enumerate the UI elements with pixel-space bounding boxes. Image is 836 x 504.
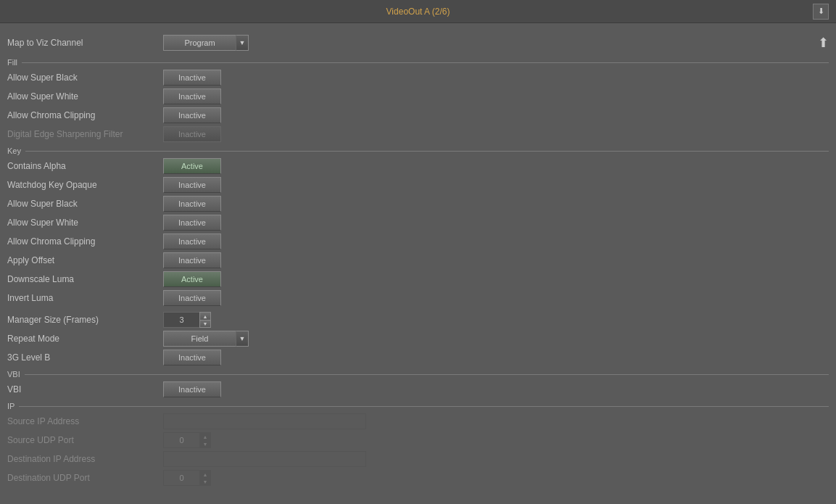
- map-to-viz-dropdown[interactable]: Program: [163, 35, 236, 51]
- dest-ip-label: Destination IP Address: [7, 454, 163, 464]
- section-ip-label: IP: [7, 402, 17, 410]
- dest-udp-up-button: ▲: [199, 470, 211, 478]
- upload-button[interactable]: ⬆: [818, 35, 829, 51]
- section-key-label: Key: [7, 146, 24, 155]
- key-row-4: Allow Chroma Clipping Inactive: [7, 232, 829, 251]
- section-key-line: [25, 151, 829, 152]
- manager-size-label: Manager Size (Frames): [7, 315, 163, 325]
- key-row-5-label: Apply Offset: [7, 255, 163, 265]
- dest-udp-row: Destination UDP Port ▲ ▼: [7, 468, 829, 487]
- dest-udp-label: Destination UDP Port: [7, 473, 163, 483]
- section-vbi: VBI: [7, 370, 829, 379]
- fill-row-2-button[interactable]: Inactive: [163, 107, 221, 123]
- up-icon: ▲: [203, 314, 208, 319]
- source-ip-label: Source IP Address: [7, 416, 163, 426]
- dest-ip-row: Destination IP Address: [7, 450, 829, 468]
- key-row-6-label: Downscale Luma: [7, 274, 163, 284]
- fill-row-0-button[interactable]: Inactive: [163, 70, 221, 86]
- key-row-1-label: Watchdog Key Opaque: [7, 180, 163, 190]
- manager-size-up-button[interactable]: ▲: [199, 312, 211, 320]
- key-row-3: Allow Super White Inactive: [7, 213, 829, 232]
- key-row-2-button[interactable]: Inactive: [163, 196, 221, 212]
- section-ip-line: [19, 406, 829, 407]
- window-title: VideoOut A (2/6): [386, 7, 450, 17]
- source-udp-row: Source UDP Port ▲ ▼: [7, 431, 829, 450]
- key-row-0-label: Contains Alpha: [7, 161, 163, 171]
- source-udp-down-button: ▼: [199, 440, 211, 448]
- key-row-3-label: Allow Super White: [7, 218, 163, 228]
- fill-row-1-label: Allow Super White: [7, 91, 163, 102]
- source-udp-input: [163, 432, 199, 448]
- key-row-7-button[interactable]: Inactive: [163, 290, 221, 306]
- map-to-viz-dropdown-arrow[interactable]: ▼: [236, 35, 249, 51]
- source-udp-spinbox-buttons: ▲ ▼: [199, 432, 211, 448]
- key-row-0: Contains Alpha Active: [7, 157, 829, 175]
- fill-row-2-label: Allow Chroma Clipping: [7, 110, 163, 120]
- upload-icon: ⬆: [818, 36, 829, 50]
- down-icon: ▼: [203, 321, 208, 326]
- download-button[interactable]: ⬇: [813, 4, 829, 20]
- level-b-button[interactable]: Inactive: [163, 350, 221, 365]
- manager-size-spinbox-buttons: ▲ ▼: [199, 312, 211, 328]
- manager-size-row: Manager Size (Frames) 3 ▲ ▼: [7, 310, 829, 329]
- section-vbi-line: [25, 374, 829, 375]
- manager-size-down-button[interactable]: ▼: [199, 320, 211, 328]
- chevron-down-icon: ▼: [239, 39, 246, 46]
- top-bar: VideoOut A (2/6) ⬇: [0, 0, 836, 23]
- level-b-row: 3G Level B Inactive: [7, 348, 829, 367]
- repeat-mode-row: Repeat Mode Field ▼: [7, 329, 829, 348]
- fill-row-2: Allow Chroma Clipping Inactive: [7, 106, 829, 125]
- dest-udp-spinbox: ▲ ▼: [163, 470, 211, 486]
- key-row-4-label: Allow Chroma Clipping: [7, 236, 163, 247]
- repeat-mode-dropdown-wrap: Field ▼: [163, 331, 249, 347]
- top-bar-actions: ⬇: [813, 4, 829, 20]
- map-to-viz-dropdown-wrap: Program ▼: [163, 35, 249, 51]
- dest-udp-down-button: ▼: [199, 478, 211, 486]
- source-udp-label: Source UDP Port: [7, 435, 163, 445]
- key-row-5-button[interactable]: Inactive: [163, 252, 221, 268]
- repeat-mode-dropdown-arrow[interactable]: ▼: [236, 331, 249, 347]
- vbi-row-0: VBI Inactive: [7, 380, 829, 399]
- key-row-1-button[interactable]: Inactive: [163, 177, 221, 193]
- fill-row-1-button[interactable]: Inactive: [163, 88, 221, 104]
- key-row-2: Allow Super Black Inactive: [7, 194, 829, 213]
- section-ip: IP: [7, 402, 829, 410]
- fill-row-1: Allow Super White Inactive: [7, 87, 829, 106]
- fill-row-3: Digital Edge Sharpening Filter Inactive: [7, 125, 829, 144]
- key-row-6: Downscale Luma Active: [7, 270, 829, 289]
- section-fill-label: Fill: [7, 58, 20, 67]
- key-row-6-button[interactable]: Active: [163, 271, 221, 287]
- key-row-0-button[interactable]: Active: [163, 158, 221, 174]
- key-row-4-button[interactable]: Inactive: [163, 234, 221, 249]
- source-udp-up-button: ▲: [199, 432, 211, 440]
- key-row-7: Invert Luma Inactive: [7, 289, 829, 307]
- vbi-row-0-label: VBI: [7, 384, 163, 394]
- source-ip-input: [163, 413, 366, 429]
- repeat-mode-label: Repeat Mode: [7, 334, 163, 344]
- fill-row-3-label: Digital Edge Sharpening Filter: [7, 129, 163, 139]
- source-udp-spinbox: ▲ ▼: [163, 432, 211, 448]
- section-vbi-label: VBI: [7, 370, 23, 379]
- vbi-row-0-button[interactable]: Inactive: [163, 381, 221, 397]
- section-fill-line: [22, 62, 829, 63]
- map-to-viz-row: Map to Viz Channel Program ▼ ⬆: [7, 30, 829, 55]
- chevron-down-icon-2: ▼: [239, 335, 246, 342]
- map-to-viz-label: Map to Viz Channel: [7, 38, 163, 48]
- key-row-3-button[interactable]: Inactive: [163, 215, 221, 231]
- dest-udp-input: [163, 470, 199, 486]
- repeat-mode-dropdown[interactable]: Field: [163, 331, 236, 347]
- manager-size-input[interactable]: 3: [163, 312, 199, 328]
- level-b-label: 3G Level B: [7, 352, 163, 363]
- manager-size-spinbox: 3 ▲ ▼: [163, 312, 211, 328]
- section-fill: Fill: [7, 58, 829, 67]
- key-row-1: Watchdog Key Opaque Inactive: [7, 175, 829, 194]
- dest-ip-input: [163, 451, 366, 467]
- source-ip-row: Source IP Address: [7, 412, 829, 431]
- main-content: Map to Viz Channel Program ▼ ⬆ Fill Allo…: [0, 23, 836, 504]
- key-row-5: Apply Offset Inactive: [7, 251, 829, 270]
- key-row-7-label: Invert Luma: [7, 293, 163, 303]
- dest-udp-spinbox-buttons: ▲ ▼: [199, 470, 211, 486]
- fill-row-0: Allow Super Black Inactive: [7, 68, 829, 87]
- download-icon: ⬇: [818, 7, 824, 16]
- section-key: Key: [7, 146, 829, 155]
